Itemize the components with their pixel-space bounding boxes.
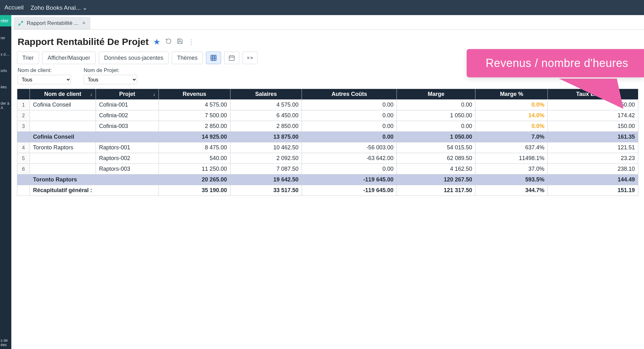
sidebar-item-4[interactable]: der à A <box>0 92 11 113</box>
refresh-icon[interactable] <box>165 38 172 46</box>
cell-client: Cofinia Conseil <box>30 132 96 142</box>
col-other-costs[interactable]: Autres Coûts <box>302 89 397 100</box>
table-row[interactable]: 2Cofinia-0027 500.006 450.000.001 050.00… <box>17 110 638 121</box>
cell-project: Cofinia-001 <box>96 100 159 110</box>
sort-asc-icon: ↓ <box>153 91 155 97</box>
view-calendar-icon[interactable] <box>224 52 239 64</box>
filter-client: Nom de client: Tous <box>18 67 71 84</box>
cell-other-costs: 0.00 <box>302 110 397 121</box>
sidebar-bottom-0[interactable]: s de <box>1 338 11 343</box>
cell-other-costs: -119 645.00 <box>302 185 397 196</box>
workspace-label: Zoho Books Anal... <box>31 4 81 11</box>
show-hide-button[interactable]: Afficher/Masquer <box>42 52 96 64</box>
star-icon[interactable]: ★ <box>153 37 160 47</box>
grand-total-row: Récapitulatif général :35 190.0033 517.5… <box>17 185 638 196</box>
cell-other-costs: 0.00 <box>302 164 397 174</box>
cell-client <box>30 121 96 132</box>
create-button[interactable]: réer <box>0 15 11 26</box>
sort-button[interactable]: Trier <box>17 52 39 64</box>
cell-client <box>30 110 96 121</box>
sidebar-bottom-1[interactable]: ées <box>1 343 11 347</box>
callout-text: Revenus / nombre d'heures <box>486 57 628 69</box>
cell-client: Cofinia Conseil <box>30 100 96 110</box>
table-row[interactable]: 6Raptors-00311 250.007 087.500.004 162.5… <box>17 164 638 174</box>
sort-asc-icon: ↓ <box>90 91 92 97</box>
col-margin[interactable]: Marge <box>397 89 475 100</box>
col-rownum[interactable] <box>17 89 30 100</box>
themes-button[interactable]: Thèmes <box>172 52 203 64</box>
col-client[interactable]: Nom de client↓ <box>30 89 96 100</box>
sidebar-item-0[interactable]: rer <box>0 26 11 43</box>
filter-project-label: Nom de Projet: <box>84 67 137 74</box>
cell-rate: 150.00 <box>548 121 638 132</box>
grand-label: Récapitulatif général : <box>30 185 159 196</box>
pivot-table: Nom de client↓ Projet↓ Revenus Salaires … <box>17 89 638 196</box>
home-link[interactable]: Accueil <box>4 4 24 11</box>
cell-margin-pct: 0.0% <box>475 100 548 110</box>
cell-rownum: 6 <box>17 164 30 174</box>
cell-revenue: 11 250.00 <box>159 164 230 174</box>
cell-project: Cofinia-002 <box>96 110 159 121</box>
title-actions: ★ ⋮ <box>153 37 194 47</box>
cell-rate: 151.19 <box>548 185 638 196</box>
sidebar-item-1[interactable]: x d… <box>0 43 11 59</box>
sidebar-item-2[interactable]: orts <box>0 59 11 75</box>
cell-revenue: 35 190.00 <box>159 185 230 196</box>
cell-margin-pct: 593.5% <box>475 174 548 185</box>
filter-client-label: Nom de client: <box>18 67 71 74</box>
main: Rapport Rentabilité ... × Rapport Rentab… <box>11 15 644 349</box>
col-revenue[interactable]: Revenus <box>159 89 230 100</box>
tab-report[interactable]: Rapport Rentabilité ... × <box>14 17 90 29</box>
chevron-down-icon: ⌄ <box>82 4 87 11</box>
sidebar-bottom: s de ées <box>0 336 11 349</box>
table-row[interactable]: 1Cofinia ConseilCofinia-0014 575.004 575… <box>17 100 638 110</box>
cell-margin-pct: 344.7% <box>475 185 548 196</box>
table-wrap: Nom de client↓ Projet↓ Revenus Salaires … <box>11 89 644 196</box>
table-row[interactable]: 3Cofinia-0032 850.002 850.000.000.000.0%… <box>17 121 638 132</box>
cell-margin: 1 050.00 <box>397 110 475 121</box>
cell-revenue: 14 925.00 <box>159 132 230 142</box>
cell-salaries: 33 517.50 <box>230 185 302 196</box>
sidebar: réer rer x d… orts ées der à A s de ées <box>0 15 11 349</box>
cell-margin: 120 267.50 <box>397 174 475 185</box>
filter-project-select[interactable]: Tous <box>84 75 137 84</box>
more-icon[interactable]: ⋮ <box>188 38 194 46</box>
cell-margin: 0.00 <box>397 100 475 110</box>
sidebar-item-3[interactable]: ées <box>0 75 11 92</box>
cell-margin-pct: 0.0% <box>475 121 548 132</box>
collapse-icon[interactable] <box>242 52 258 64</box>
cell-rownum: 5 <box>17 153 30 164</box>
cell-project: Raptors-001 <box>96 142 159 153</box>
cell-revenue: 2 850.00 <box>159 121 230 132</box>
svg-rect-1 <box>229 56 235 61</box>
table-row[interactable]: 4Toronto RaptorsRaptors-0018 475.0010 46… <box>17 142 638 153</box>
col-salaries[interactable]: Salaires <box>230 89 302 100</box>
cell-rate: 121.51 <box>548 142 638 153</box>
underlying-data-button[interactable]: Données sous-jacentes <box>99 52 169 64</box>
cell-rate: 161.35 <box>548 132 638 142</box>
workspace-dropdown[interactable]: Zoho Books Anal... ⌄ <box>31 4 87 11</box>
col-project[interactable]: Projet↓ <box>96 89 159 100</box>
subtotal-row: Toronto Raptors20 265.0019 642.50-119 64… <box>17 174 638 185</box>
title-row: Rapport Rentabilité De Projet ★ ⋮ <box>11 30 644 50</box>
close-icon[interactable]: × <box>81 20 86 26</box>
col-margin-pct[interactable]: Marge % <box>475 89 548 100</box>
cell-rownum: 2 <box>17 110 30 121</box>
cell-salaries: 19 642.50 <box>230 174 302 185</box>
tab-label: Rapport Rentabilité ... <box>27 20 78 26</box>
cell-rownum: 3 <box>17 121 30 132</box>
cell-rate: 23.23 <box>548 153 638 164</box>
cell-margin-pct: 637.4% <box>475 142 548 153</box>
table-row[interactable]: 5Raptors-002540.002 092.50-63 642.0062 0… <box>17 153 638 164</box>
cell-margin: 1 050.00 <box>397 132 475 142</box>
header-row: Nom de client↓ Projet↓ Revenus Salaires … <box>17 89 638 100</box>
filter-client-select[interactable]: Tous <box>18 75 71 84</box>
save-icon[interactable] <box>177 38 183 46</box>
cell-rownum <box>17 185 30 196</box>
cell-margin: 62 089.50 <box>397 153 475 164</box>
view-table-icon[interactable] <box>206 52 221 64</box>
cell-other-costs: 0.00 <box>302 100 397 110</box>
cell-margin: 0.00 <box>397 121 475 132</box>
cell-project <box>96 132 159 142</box>
cell-salaries: 2 092.50 <box>230 153 302 164</box>
